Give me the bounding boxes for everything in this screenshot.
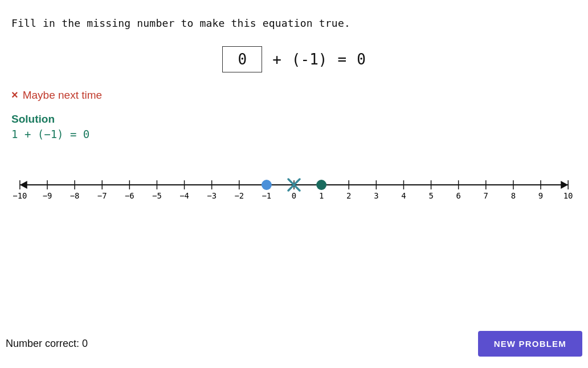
result: 0 [357, 51, 366, 68]
feedback-area: × Maybe next time [11, 88, 577, 102]
answer-box[interactable]: 0 [222, 46, 262, 72]
instruction: Fill in the missing number to make this … [11, 17, 577, 29]
number-line-svg: // This won't run in SVG context, ticks … [11, 163, 577, 209]
svg-text:0: 0 [292, 191, 296, 200]
svg-text:5: 5 [428, 191, 433, 200]
operand: (-1) [292, 51, 328, 68]
svg-text:−6: −6 [125, 191, 134, 200]
svg-text:−3: −3 [207, 191, 217, 200]
svg-text:7: 7 [484, 191, 488, 200]
equals-sign: = [337, 51, 346, 68]
feedback-message: Maybe next time [23, 89, 102, 102]
number-line-container: // This won't run in SVG context, ticks … [11, 163, 577, 209]
plus-sign: + [272, 51, 281, 68]
svg-text:10: 10 [564, 191, 573, 200]
svg-text:6: 6 [456, 191, 460, 200]
solution-equation: 1 + (−1) = 0 [11, 128, 577, 140]
blue-dot [262, 180, 272, 190]
answer-value: 0 [238, 51, 247, 68]
svg-text:−5: −5 [152, 191, 162, 200]
svg-text:9: 9 [538, 191, 543, 200]
solution-label: Solution [11, 113, 577, 126]
green-dot [316, 180, 326, 190]
svg-text:2: 2 [346, 191, 351, 200]
number-correct-label: Number correct: 0 [6, 338, 88, 350]
svg-text:−1: −1 [262, 191, 272, 200]
svg-text:−2: −2 [234, 191, 244, 200]
svg-text:−7: −7 [97, 191, 107, 200]
svg-text:4: 4 [401, 191, 406, 200]
svg-text:8: 8 [511, 191, 516, 200]
bottom-bar: Number correct: 0 NEW PROBLEM [0, 331, 588, 357]
svg-text:−10: −10 [13, 191, 27, 200]
svg-marker-1 [20, 181, 27, 189]
equation-area: 0 + (-1) = 0 [11, 46, 577, 72]
svg-text:−8: −8 [70, 191, 80, 200]
svg-marker-2 [561, 181, 568, 189]
svg-text:−9: −9 [43, 191, 52, 200]
svg-text:−4: −4 [179, 191, 189, 200]
svg-text:3: 3 [374, 191, 378, 200]
solution-section: Solution 1 + (−1) = 0 [11, 113, 577, 140]
feedback-x-icon: × [11, 88, 18, 102]
svg-text:1: 1 [319, 191, 324, 200]
new-problem-button[interactable]: NEW PROBLEM [478, 331, 582, 357]
